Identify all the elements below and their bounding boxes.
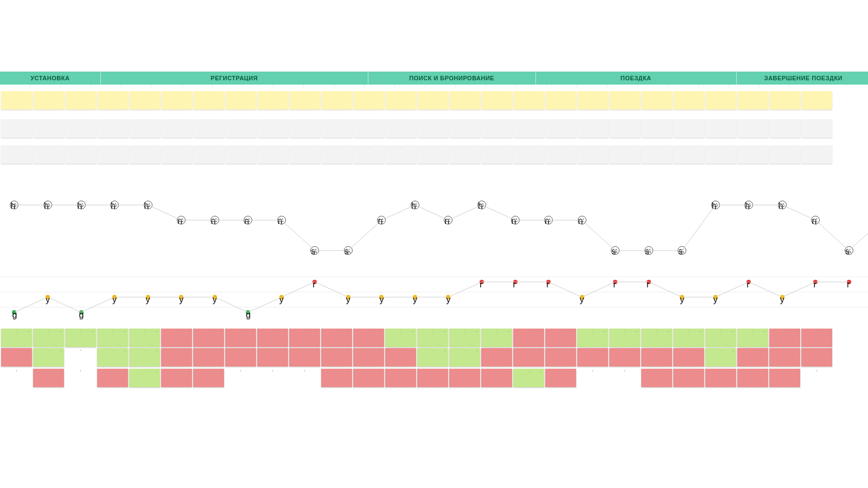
opportunity-note[interactable]: …→ (449, 348, 480, 367)
opportunity-note[interactable]: …→ (481, 329, 512, 347)
quotes-row-note[interactable]: … (673, 145, 704, 164)
painpoint-note[interactable]: …→ (257, 348, 288, 367)
actions-row-note[interactable]: … (97, 91, 128, 110)
painpoint-note[interactable]: …→ (193, 329, 224, 347)
thoughts-row-note[interactable]: … (97, 119, 128, 138)
opportunity-note[interactable]: …→ (449, 329, 480, 347)
painpoint-note[interactable]: …→ (769, 369, 800, 387)
opportunity-note[interactable]: …→ (129, 369, 160, 387)
thoughts-row-note[interactable]: … (417, 119, 448, 138)
painpoint-note[interactable]: …→ (641, 348, 672, 367)
actions-row-note[interactable]: … (705, 91, 736, 110)
quotes-row-note[interactable]: … (289, 145, 320, 164)
actions-row-note[interactable]: … (417, 91, 448, 110)
thoughts-row-note[interactable]: … (385, 119, 416, 138)
painpoint-note[interactable]: …→ (353, 369, 384, 387)
thoughts-row-note[interactable]: … (769, 119, 800, 138)
actions-row-note[interactable]: … (161, 91, 192, 110)
quotes-row-note[interactable]: … (641, 145, 672, 164)
painpoint-note[interactable]: …→ (705, 369, 736, 387)
painpoint-note[interactable]: …→ (673, 369, 704, 387)
quotes-row-note[interactable]: … (257, 145, 288, 164)
painpoint-note[interactable]: …→ (737, 348, 768, 367)
actions-row-note[interactable]: … (449, 91, 480, 110)
opportunity-note[interactable]: …→ (33, 329, 64, 347)
painpoint-note[interactable]: …→ (321, 329, 352, 347)
painpoint-note[interactable]: …→ (545, 348, 576, 367)
quotes-row-note[interactable]: … (385, 145, 416, 164)
actions-row-note[interactable]: … (289, 91, 320, 110)
opportunity-note[interactable]: …→ (65, 329, 96, 347)
thoughts-row-note[interactable]: … (193, 119, 224, 138)
quotes-row-note[interactable]: … (1, 145, 32, 164)
thoughts-row-note[interactable]: … (481, 119, 512, 138)
painpoint-note[interactable]: …→ (801, 329, 832, 347)
painpoint-note[interactable]: …→ (321, 369, 352, 387)
opportunity-note[interactable]: …→ (577, 329, 608, 347)
actions-row-note[interactable]: … (801, 91, 832, 110)
quotes-row-note[interactable]: … (193, 145, 224, 164)
opportunity-note[interactable]: …→ (705, 329, 736, 347)
quotes-row-note[interactable]: … (705, 145, 736, 164)
painpoint-note[interactable]: …→ (769, 329, 800, 347)
painpoint-note[interactable]: …→ (161, 329, 192, 347)
quotes-row-note[interactable]: … (609, 145, 640, 164)
thoughts-row-note[interactable]: … (129, 119, 160, 138)
thoughts-row-note[interactable]: … (801, 119, 832, 138)
painpoint-note[interactable]: …→ (161, 369, 192, 387)
thoughts-row-note[interactable]: … (65, 119, 96, 138)
actions-row-note[interactable]: … (33, 91, 64, 110)
quotes-row-note[interactable]: … (577, 145, 608, 164)
thoughts-row-note[interactable]: … (577, 119, 608, 138)
thoughts-row-note[interactable]: … (705, 119, 736, 138)
opportunity-note[interactable]: …→ (673, 329, 704, 347)
painpoint-note[interactable]: …→ (225, 329, 256, 347)
thoughts-row-note[interactable]: … (545, 119, 576, 138)
actions-row-note[interactable]: … (513, 91, 544, 110)
painpoint-note[interactable]: …→ (193, 348, 224, 367)
painpoint-note[interactable]: …→ (673, 348, 704, 367)
opportunity-note[interactable]: …→ (737, 329, 768, 347)
painpoint-note[interactable]: …→ (321, 348, 352, 367)
opportunity-note[interactable]: …→ (129, 348, 160, 367)
quotes-row-note[interactable]: … (417, 145, 448, 164)
quotes-row-note[interactable]: … (129, 145, 160, 164)
actions-row-note[interactable]: … (225, 91, 256, 110)
thoughts-row-note[interactable]: … (737, 119, 768, 138)
actions-row-note[interactable]: … (385, 91, 416, 110)
painpoint-note[interactable]: …→ (545, 369, 576, 387)
thoughts-row-note[interactable]: … (257, 119, 288, 138)
actions-row-note[interactable]: … (769, 91, 800, 110)
actions-row-note[interactable]: … (353, 91, 384, 110)
painpoint-note[interactable]: …→ (385, 348, 416, 367)
quotes-row-note[interactable]: … (161, 145, 192, 164)
thoughts-row-note[interactable]: … (161, 119, 192, 138)
thoughts-row-note[interactable]: … (513, 119, 544, 138)
opportunity-note[interactable]: …→ (1, 329, 32, 347)
painpoint-note[interactable]: …→ (449, 369, 480, 387)
quotes-row-note[interactable]: … (481, 145, 512, 164)
quotes-row-note[interactable]: … (97, 145, 128, 164)
painpoint-note[interactable]: …→ (513, 348, 544, 367)
painpoint-note[interactable]: …→ (737, 369, 768, 387)
painpoint-note[interactable]: …→ (481, 369, 512, 387)
quotes-row-note[interactable]: … (65, 145, 96, 164)
quotes-row-note[interactable]: … (513, 145, 544, 164)
painpoint-note[interactable]: …→ (289, 348, 320, 367)
painpoint-note[interactable]: …→ (577, 348, 608, 367)
actions-row-note[interactable]: … (609, 91, 640, 110)
painpoint-note[interactable]: …→ (641, 369, 672, 387)
actions-row-note[interactable]: … (577, 91, 608, 110)
opportunity-note[interactable]: …→ (97, 329, 128, 347)
thoughts-row-note[interactable]: … (353, 119, 384, 138)
actions-row-note[interactable]: … (257, 91, 288, 110)
actions-row-note[interactable]: … (1, 91, 32, 110)
actions-row-note[interactable]: … (129, 91, 160, 110)
painpoint-note[interactable]: …→ (545, 329, 576, 347)
actions-row-note[interactable]: … (481, 91, 512, 110)
journey-map-canvas[interactable]: УСТАНОВКАРЕГИСТРАЦИЯПОИСК И БРОНИРОВАНИЕ… (0, 0, 868, 488)
thoughts-row-note[interactable]: … (1, 119, 32, 138)
thoughts-row-note[interactable]: … (449, 119, 480, 138)
painpoint-note[interactable]: …→ (193, 369, 224, 387)
opportunity-note[interactable]: …→ (417, 329, 448, 347)
